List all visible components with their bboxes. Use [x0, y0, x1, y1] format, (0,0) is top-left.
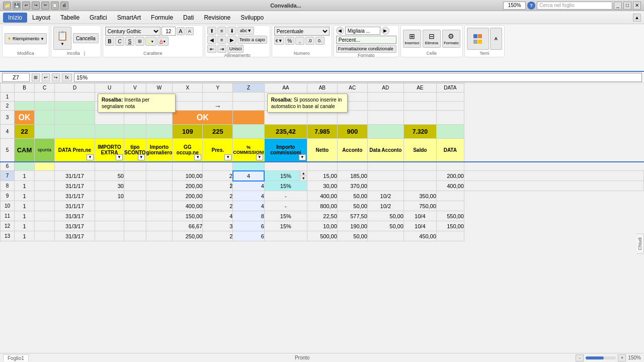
- tb-icon-1[interactable]: 📁: [3, 2, 11, 10]
- cell-ad6[interactable]: [367, 162, 404, 171]
- cell-v10[interactable]: [124, 201, 146, 211]
- underline-btn[interactable]: S: [125, 37, 134, 46]
- cell-b2[interactable]: [15, 102, 35, 111]
- cell-b6[interactable]: [15, 162, 35, 171]
- cell-y6[interactable]: [203, 162, 233, 171]
- cell-c11[interactable]: [35, 211, 55, 221]
- cell-x10[interactable]: 400,00: [173, 201, 203, 211]
- cell-c8[interactable]: [35, 181, 55, 191]
- cell-x5-ggoccup[interactable]: GG occup.ne ▼: [173, 139, 203, 162]
- cell-ac5-acconto[interactable]: Acconto: [337, 139, 367, 162]
- dropdown-d5[interactable]: ▼: [87, 154, 94, 160]
- col-header-aa[interactable]: AA: [264, 83, 307, 93]
- col-header-z[interactable]: Z: [233, 83, 265, 93]
- cell-c10[interactable]: [35, 201, 55, 211]
- dropdown-z5[interactable]: ▼: [256, 154, 263, 160]
- cell-v11[interactable]: [124, 211, 146, 221]
- cell-ac7[interactable]: 185,00: [337, 171, 367, 181]
- formato-celle-btn[interactable]: ⚙ Formato: [442, 30, 460, 48]
- cell-y11[interactable]: 4: [203, 211, 233, 221]
- temi-btn[interactable]: [467, 28, 489, 50]
- cell-b10[interactable]: 1: [15, 201, 35, 211]
- cell-ae5-saldo[interactable]: Saldo: [404, 139, 436, 162]
- cell-x9[interactable]: 200,00: [173, 191, 203, 201]
- indent-dec-btn[interactable]: ⇤: [207, 45, 216, 53]
- cell-y13[interactable]: 2: [203, 231, 233, 241]
- cell-ae12[interactable]: 10/4: [404, 221, 436, 231]
- cell-ae7[interactable]: [404, 171, 436, 181]
- cell-ae3[interactable]: [404, 111, 436, 125]
- cell-data9[interactable]: [436, 191, 464, 201]
- cell-d1[interactable]: Rosalba: Inserita per segnalare nota: [55, 93, 95, 102]
- cell-ac13[interactable]: 50,00: [337, 231, 367, 241]
- cell-w13[interactable]: [146, 231, 173, 241]
- cell-ae9[interactable]: 350,00: [404, 191, 436, 201]
- cell-data10[interactable]: [436, 201, 464, 211]
- cell-x8[interactable]: 200,00: [173, 181, 203, 191]
- italic-btn[interactable]: C: [115, 37, 124, 46]
- cell-y4[interactable]: 225: [203, 125, 233, 139]
- formula-expand-btn[interactable]: ⊞: [32, 73, 40, 81]
- unisci-btn[interactable]: Unisci: [227, 45, 244, 53]
- cell-u11[interactable]: [95, 211, 124, 221]
- cell-y7[interactable]: 2: [203, 171, 233, 181]
- cell-w10[interactable]: [146, 201, 173, 211]
- col-header-ad[interactable]: AD: [367, 83, 404, 93]
- cell-v13[interactable]: [124, 231, 146, 241]
- menu-grafici[interactable]: Grafici: [85, 13, 112, 23]
- col-header-c[interactable]: C: [35, 83, 55, 93]
- cell-aa1[interactable]: Rosalba: Si possono inserire in automati…: [264, 93, 307, 102]
- col-header-d[interactable]: D: [55, 83, 95, 93]
- cell-data5[interactable]: DATA: [436, 139, 464, 162]
- dropdown-u5[interactable]: ▼: [116, 154, 123, 160]
- cell-ref-input[interactable]: [2, 73, 30, 82]
- align-left-btn[interactable]: ◀: [207, 36, 216, 44]
- cell-x1[interactable]: [173, 93, 203, 102]
- font-theme-btn[interactable]: A: [490, 28, 502, 50]
- col-header-b[interactable]: B: [15, 83, 35, 93]
- cell-d6[interactable]: [55, 162, 95, 171]
- cell-y5-pres[interactable]: Pres. ▼: [203, 139, 233, 162]
- cell-c12[interactable]: [35, 221, 55, 231]
- cell-u7[interactable]: 50: [95, 171, 124, 181]
- align-bottom-btn[interactable]: ⬇: [227, 27, 236, 35]
- search-box[interactable]: Cerca nel foglio: [537, 2, 612, 10]
- cell-y12[interactable]: 3: [203, 221, 233, 231]
- dropdown-x5[interactable]: ▼: [194, 154, 201, 160]
- cell-w9[interactable]: [146, 191, 173, 201]
- cell-b9[interactable]: 1: [15, 191, 35, 201]
- cell-ab8[interactable]: 30,00: [307, 181, 337, 191]
- collapse-ribbon-btn[interactable]: ▲: [633, 14, 641, 22]
- cell-data2[interactable]: [436, 102, 464, 111]
- help-icon[interactable]: ?: [527, 2, 535, 10]
- cell-aa6[interactable]: [264, 162, 307, 171]
- cell-aa13[interactable]: [264, 231, 307, 241]
- cell-w11[interactable]: [146, 211, 173, 221]
- font-size-input[interactable]: [162, 27, 176, 36]
- cell-last7[interactable]: [464, 171, 643, 181]
- cell-v6[interactable]: [124, 162, 146, 171]
- col-header-ab[interactable]: AB: [307, 83, 337, 93]
- cell-z10[interactable]: 4: [233, 201, 265, 211]
- cell-d11[interactable]: 31/3/17: [55, 211, 95, 221]
- col-header-v[interactable]: V: [124, 83, 146, 93]
- formula-redo-btn[interactable]: ↪: [52, 73, 60, 81]
- fill-color-btn[interactable]: A▼: [145, 37, 156, 46]
- dropdown-y5[interactable]: ▼: [224, 154, 231, 160]
- cell-u6[interactable]: [95, 162, 124, 171]
- menu-dati[interactable]: Dati: [178, 13, 199, 23]
- cell-data3[interactable]: [436, 111, 464, 125]
- indent-inc-btn[interactable]: ⇥: [217, 45, 226, 53]
- cell-c9[interactable]: [35, 191, 55, 201]
- bold-btn[interactable]: B: [105, 37, 114, 46]
- cell-z12[interactable]: 6: [233, 221, 265, 231]
- cell-data11-saldo[interactable]: 550,00: [436, 211, 464, 221]
- cell-y8[interactable]: 2 |: [203, 181, 233, 191]
- col-header-y[interactable]: Y: [203, 83, 233, 93]
- cell-x6[interactable]: [173, 162, 203, 171]
- cell-x11[interactable]: 150,00: [173, 211, 203, 221]
- cell-z1[interactable]: [233, 93, 265, 102]
- tb-icon-4[interactable]: ↪: [32, 2, 40, 10]
- cell-d10[interactable]: 31/1/17: [55, 201, 95, 211]
- tb-icon-5[interactable]: ✂: [41, 2, 49, 10]
